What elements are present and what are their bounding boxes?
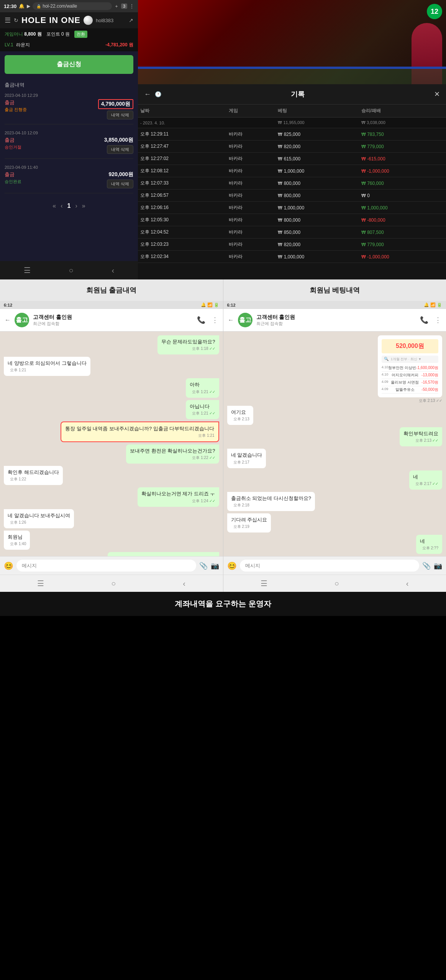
- history-amount: 3,850,000원: [104, 137, 133, 144]
- add-tab-icon[interactable]: ＋: [114, 3, 119, 10]
- chat-input-left[interactable]: [16, 560, 196, 572]
- record-bet: ₩ 1,000,000: [275, 251, 359, 263]
- record-wl: ₩ 779,000: [359, 238, 446, 251]
- record-wl: ₩ -1,000,000: [359, 251, 446, 263]
- game-col-header: 게임: [226, 105, 276, 118]
- nav-menu-icon-left[interactable]: ☰: [37, 579, 44, 588]
- chat-actions-left: 📞 ⋮: [197, 316, 218, 324]
- attach-icon-left[interactable]: 📎: [199, 562, 208, 570]
- records-close-button[interactable]: ✕: [434, 90, 440, 98]
- transfer-button[interactable]: 전환: [74, 31, 87, 38]
- chat-back-button-left[interactable]: ←: [5, 317, 11, 323]
- emoji-icon-right[interactable]: 😊: [227, 561, 237, 570]
- next-page-icon[interactable]: »: [82, 203, 85, 209]
- url-bar[interactable]: 🔒 hol-22.com/walle: [33, 2, 112, 10]
- history-status: 승인완료: [5, 179, 21, 185]
- record-game: 바카라: [226, 251, 276, 263]
- record-bet: ₩ 800,000: [275, 189, 359, 202]
- nav-menu-icon-right[interactable]: ☰: [261, 579, 267, 588]
- check-icon: ✓✓: [432, 481, 438, 487]
- camera-icon-left[interactable]: 📷: [211, 562, 219, 570]
- blue-bar: [138, 67, 446, 69]
- message-time: 오후 2:13: [415, 438, 431, 443]
- chat-message: 네오후 2:??: [227, 535, 443, 554]
- nav-menu-icon[interactable]: ☰: [24, 266, 31, 275]
- nav-home-icon[interactable]: ○: [69, 266, 74, 275]
- prev-icon[interactable]: ‹: [61, 203, 62, 209]
- clock-icon: 🕐: [155, 91, 161, 97]
- browser-time: 12:30: [4, 3, 16, 9]
- chat-message: 네 알겠습니다오후 2:17: [227, 449, 443, 468]
- record-time: 오후 12:27:02: [138, 153, 226, 165]
- chat-messages-left: 무슨 문제라도있을까요?오후 1:18✓✓네 양방으로 의심되어서 그렇습니다오…: [0, 332, 223, 556]
- check-icon: ✓✓: [209, 411, 215, 416]
- section-header-bar: 회원님 출금내역 회원님 베팅내역: [0, 279, 446, 301]
- history-status: 출금 진행중: [5, 107, 27, 113]
- record-bet: ₩ 850,000: [275, 226, 359, 238]
- history-status: 승인거절: [5, 144, 21, 150]
- received-message: 기다려 주십시요오후 2:19: [227, 513, 271, 532]
- delete-button[interactable]: 내역 삭제: [107, 145, 133, 154]
- table-row: 오후 12:27:47 바카라 ₩ 820,000 ₩ 779,000: [138, 140, 446, 153]
- records-back-button[interactable]: ←: [144, 90, 151, 98]
- chat-back-button-right[interactable]: ←: [228, 317, 234, 323]
- received-message: 출금취소 되었는데 다시신청할까요?오후 2:18: [227, 492, 315, 511]
- attach-icon-right[interactable]: 📎: [422, 562, 431, 570]
- records-header: ← 🕐 기록 ✕: [138, 84, 446, 105]
- record-bet: ₩ 615,000: [275, 153, 359, 165]
- nav-back-icon[interactable]: ‹: [112, 266, 114, 275]
- nav-home-icon-left[interactable]: ○: [111, 579, 116, 588]
- next-icon[interactable]: ›: [75, 203, 77, 209]
- logout-icon[interactable]: ↗: [129, 17, 133, 23]
- prev-page-icon[interactable]: «: [52, 203, 56, 209]
- sent-message: 아하오후 1:21✓✓: [186, 378, 219, 397]
- bank-row: 4.10어지모이채커피-13,000원: [382, 372, 438, 379]
- media-icon: ▶: [27, 3, 30, 9]
- chat-input-right[interactable]: [240, 560, 420, 572]
- nav-back-icon-right[interactable]: ‹: [406, 579, 409, 588]
- betting-records-panel: 12 ← 🕐 기록 ✕ 날짜 게임 베팅 승리/패배: [138, 0, 446, 279]
- chat-contact-name-right: 고객센터 홀인원: [256, 314, 416, 321]
- more-options-icon-r[interactable]: ⋮: [435, 316, 441, 324]
- message-footer: 오후 1:26: [8, 520, 70, 525]
- call-icon[interactable]: 📞: [197, 316, 205, 324]
- message-footer: 오후 2:17✓✓: [413, 481, 438, 487]
- message-time: 오후 2:17: [415, 481, 431, 487]
- bank-row: 4.09알뜰주유소-50,000원: [382, 386, 438, 394]
- wifi-icon-r: 📶: [430, 302, 436, 307]
- camera-icon-right[interactable]: 📷: [434, 562, 442, 570]
- chat-time-right: 6:12: [227, 303, 236, 307]
- delete-button[interactable]: 내역 삭제: [107, 111, 133, 119]
- chat-avatar-right: 홀고: [238, 313, 253, 327]
- more-options-icon[interactable]: ⋮: [212, 316, 218, 324]
- chat-contact-name-left: 고객센터 홀인원: [33, 314, 193, 321]
- game-money-amount: 8,800 원: [24, 31, 41, 37]
- withdrawal-history: 출금내역 2023-04-10 12:29 출금 출금 진행중 4,790,00…: [0, 78, 138, 261]
- live-dealer-bg: 12: [138, 0, 446, 84]
- sent-message: 보내주면 환전은 확실히나오는건가요?오후 1:22✓✓: [126, 444, 219, 464]
- record-game: 바카라: [226, 214, 276, 226]
- tab-count[interactable]: 3: [121, 3, 127, 9]
- battery-icon-r: 🔋: [437, 302, 442, 307]
- nav-home-icon-right[interactable]: ○: [334, 579, 339, 588]
- delete-button[interactable]: 내역 삭제: [107, 180, 133, 188]
- chat-contact-status-right: 최근에 접속함: [256, 321, 416, 327]
- chat-panel-right: 6:12 🔔 📶 🔋 ← 홀고 고객센터 홀인원 최근에 접속함 📞 ⋮ 520…: [223, 301, 446, 592]
- emoji-icon-left[interactable]: 😊: [4, 561, 13, 570]
- menu-dots-icon[interactable]: ⋮: [130, 3, 134, 9]
- call-icon-r[interactable]: 📞: [420, 316, 428, 324]
- withdraw-button[interactable]: 출금신청: [5, 55, 133, 74]
- record-wl: ₩ 1,000,000: [359, 202, 446, 214]
- refresh-icon[interactable]: ↻: [14, 17, 18, 23]
- nav-back-icon-left[interactable]: ‹: [183, 579, 185, 588]
- message-footer: 오후 2:19: [231, 524, 267, 529]
- record-wl: ₩ 760,000: [359, 177, 446, 189]
- check-icon: ✓✓: [209, 455, 215, 461]
- wallet-panel: 12:30 🔔 ▶ 🔒 hol-22.com/walle ＋ 3 ⋮ ☰ ↻ H…: [0, 0, 138, 279]
- chat-actions-right: 📞 ⋮: [420, 316, 441, 324]
- hamburger-icon[interactable]: ☰: [5, 16, 11, 24]
- game-money-label: 게임머니: [5, 31, 23, 37]
- chat-message: 출금취소 되었는데 다시신청할까요?오후 2:18: [227, 492, 443, 511]
- chat-message: 무슨 문제라도있을까요?오후 1:18✓✓: [4, 335, 219, 354]
- check-icon: ✓✓: [209, 346, 215, 351]
